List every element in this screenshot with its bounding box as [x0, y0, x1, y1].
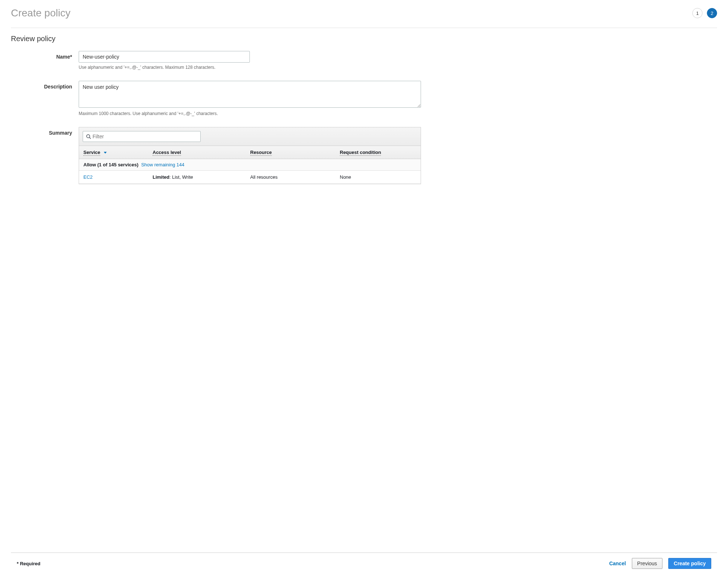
- page-title: Create policy: [11, 7, 70, 19]
- summary-table: Service Access level Resource Request co…: [79, 127, 421, 184]
- step-2[interactable]: 2: [707, 8, 717, 18]
- description-hint: Maximum 1000 characters. Use alphanumeri…: [79, 111, 717, 116]
- group-title: Allow (1 of 145 services): [83, 162, 138, 167]
- required-note: * Required: [17, 561, 40, 566]
- col-access-level[interactable]: Access level: [148, 146, 246, 159]
- service-link-ec2[interactable]: EC2: [83, 174, 93, 180]
- filter-input[interactable]: [91, 133, 197, 140]
- description-label: Description: [11, 81, 79, 90]
- table-row: EC2 Limited: List, Write All resources N…: [79, 171, 421, 184]
- group-row-allow: Allow (1 of 145 services) Show remaining…: [79, 159, 421, 171]
- cell-request: None: [335, 171, 421, 183]
- step-1[interactable]: 1: [692, 8, 703, 18]
- previous-button[interactable]: Previous: [632, 558, 662, 569]
- filter-input-wrap[interactable]: [83, 131, 201, 142]
- col-resource[interactable]: Resource: [246, 146, 335, 159]
- create-policy-button[interactable]: Create policy: [668, 558, 711, 569]
- cell-access: Limited: List, Write: [148, 171, 246, 183]
- svg-point-0: [87, 135, 90, 138]
- wizard-steps: 1 2: [692, 8, 717, 18]
- section-title: Review policy: [11, 35, 717, 43]
- name-hint: Use alphanumeric and '+=,.@-_' character…: [79, 65, 717, 70]
- summary-label: Summary: [11, 127, 79, 136]
- sort-caret-icon: [104, 152, 107, 154]
- name-label: Name*: [11, 51, 79, 60]
- cell-resource: All resources: [246, 171, 335, 183]
- search-icon: [86, 134, 91, 139]
- svg-line-1: [90, 138, 91, 139]
- name-input[interactable]: [79, 51, 250, 63]
- footer-bar: * Required Cancel Previous Create policy: [11, 553, 717, 574]
- show-remaining-link[interactable]: Show remaining 144: [141, 162, 185, 167]
- cancel-button[interactable]: Cancel: [609, 561, 626, 566]
- col-service[interactable]: Service: [79, 146, 148, 159]
- col-request-condition[interactable]: Request condition: [335, 146, 421, 159]
- description-input[interactable]: New user policy: [79, 81, 421, 108]
